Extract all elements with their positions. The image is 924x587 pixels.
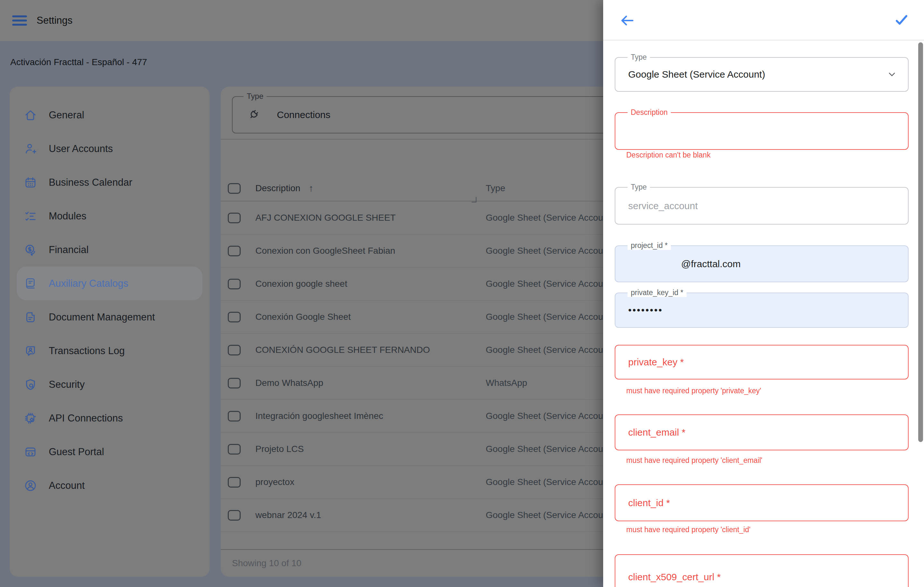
sidebar-item-guest-portal[interactable]: Guest Portal xyxy=(10,435,210,468)
calendar-icon xyxy=(24,176,37,189)
drawer-scrollbar[interactable] xyxy=(918,42,923,442)
sidebar-item-account[interactable]: Account xyxy=(10,468,210,502)
sidebar-item-label: Business Calendar xyxy=(49,177,132,188)
table-row[interactable]: Projeto LCS Google Sheet (Service Accoun… xyxy=(221,433,635,466)
private-key-field[interactable]: private_key * xyxy=(615,345,909,379)
client-x509-cert-url-placeholder: client_x509_cert_url * xyxy=(628,572,721,582)
client-id-error: must have required property 'client_id' xyxy=(626,525,751,534)
project-id-field[interactable]: project_id * @fracttal.com xyxy=(615,246,909,282)
chevron-down-icon[interactable] xyxy=(887,69,897,79)
row-checkbox[interactable] xyxy=(228,345,241,355)
table-row[interactable]: AFJ CONEXION GOOGLE SHEET Google Sheet (… xyxy=(221,201,635,234)
check-icon[interactable] xyxy=(894,12,909,28)
currency-exchange-icon xyxy=(24,243,37,257)
private-key-placeholder: private_key * xyxy=(628,357,684,368)
sidebar-item-auxiliary-catalogs[interactable]: Auxiliary Catalogs xyxy=(16,267,203,300)
connections-panel: Type Connections Description ↑ Type AFJ … xyxy=(221,87,635,577)
transactions-log-icon xyxy=(24,344,37,358)
sidebar-item-label: Document Management xyxy=(49,312,155,323)
row-checkbox[interactable] xyxy=(228,246,241,256)
arrow-left-icon[interactable] xyxy=(619,13,635,28)
type-select-value: Google Sheet (Service Account) xyxy=(628,69,765,80)
row-checkbox[interactable] xyxy=(228,411,241,422)
row-description: Projeto LCS xyxy=(256,444,486,454)
row-checkbox[interactable] xyxy=(228,312,241,322)
row-description: Integración googlesheet Imènec xyxy=(256,411,486,421)
sidebar-item-label: API Connections xyxy=(49,412,123,424)
table-row[interactable]: Integración googlesheet Imènec Google Sh… xyxy=(221,400,635,433)
connection-form-drawer: Type Google Sheet (Service Account) Desc… xyxy=(603,0,924,587)
checklist-icon xyxy=(24,209,37,223)
shield-icon xyxy=(24,378,37,391)
settings-screen: Settings Activación Fracttal - Español -… xyxy=(0,0,924,587)
client-email-placeholder: client_email * xyxy=(628,427,685,438)
table-header: Description ↑ Type xyxy=(221,176,635,201)
private-key-id-label: private_key_id * xyxy=(627,289,686,297)
sidebar-item-label: Auxiliary Catalogs xyxy=(49,278,128,289)
sidebar-item-modules[interactable]: Modules xyxy=(10,199,210,233)
private-key-id-value: •••••••• xyxy=(628,305,663,316)
company-subtitle: Activación Fracttal - Español - 477 xyxy=(10,57,147,68)
client-email-error: must have required property 'client_emai… xyxy=(626,456,762,465)
row-checkbox[interactable] xyxy=(228,510,241,521)
connections-table: AFJ CONEXION GOOGLE SHEET Google Sheet (… xyxy=(221,201,635,532)
column-header-description[interactable]: Description xyxy=(256,183,300,193)
type-text-value: service_account xyxy=(628,201,698,211)
plug-icon xyxy=(247,108,260,122)
sidebar-item-label: User Accounts xyxy=(49,143,113,155)
table-row[interactable]: proyectox Google Sheet (Service Account) xyxy=(221,466,635,499)
row-checkbox[interactable] xyxy=(228,444,241,455)
row-description: proyectox xyxy=(256,477,486,487)
sidebar-item-security[interactable]: Security xyxy=(10,368,210,401)
sidebar-item-label: General xyxy=(49,109,84,121)
sidebar-item-api-connections[interactable]: API Connections xyxy=(10,401,210,435)
select-all-checkbox[interactable] xyxy=(228,183,241,194)
sidebar-item-label: Security xyxy=(49,379,85,390)
description-field[interactable]: Description xyxy=(615,112,909,150)
table-row[interactable]: Conexion con GoogleSheet Fabian Google S… xyxy=(221,234,635,267)
book-icon xyxy=(24,277,37,290)
type-filter-select[interactable]: Type Connections xyxy=(232,96,627,134)
document-icon xyxy=(24,310,37,324)
sidebar-item-business-calendar[interactable]: Business Calendar xyxy=(10,165,210,199)
sort-ascending-icon[interactable]: ↑ xyxy=(309,183,314,193)
type-text-field[interactable]: Type service_account xyxy=(615,187,909,224)
sidebar-item-label: Transactions Log xyxy=(49,345,125,357)
row-checkbox[interactable] xyxy=(228,477,241,488)
hamburger-menu-icon[interactable] xyxy=(12,13,27,28)
pagination-status: Showing 10 of 10 xyxy=(232,558,301,569)
row-description: Conexión Google Sheet xyxy=(256,312,486,322)
table-row[interactable]: Conexion google sheet Google Sheet (Serv… xyxy=(221,267,635,300)
table-row[interactable]: CONEXIÓN GOOGLE SHEET FERNANDO Google Sh… xyxy=(221,334,635,367)
sidebar-item-transactions-log[interactable]: Transactions Log xyxy=(10,334,210,368)
browser-code-icon xyxy=(24,445,37,459)
description-label: Description xyxy=(627,108,671,117)
description-error: Description can't be blank xyxy=(626,151,711,160)
type-select-field[interactable]: Type Google Sheet (Service Account) xyxy=(615,57,909,92)
settings-sidebar: General User Accounts Business Calendar … xyxy=(10,87,210,577)
sidebar-item-label: Account xyxy=(49,480,85,491)
row-checkbox[interactable] xyxy=(228,378,241,388)
project-id-label: project_id * xyxy=(627,241,671,250)
client-x509-cert-url-field[interactable]: client_x509_cert_url * xyxy=(615,554,909,587)
table-row[interactable]: webnar 2024 v.1 Google Sheet (Service Ac… xyxy=(221,499,635,532)
row-checkbox[interactable] xyxy=(228,213,241,223)
project-id-value: @fracttal.com xyxy=(681,259,741,269)
sidebar-item-general[interactable]: General xyxy=(10,98,210,132)
client-email-field[interactable]: client_email * xyxy=(615,414,909,450)
type-filter-label: Type xyxy=(244,92,267,101)
sidebar-item-label: Guest Portal xyxy=(49,446,104,458)
sidebar-item-financial[interactable]: Financial xyxy=(10,233,210,267)
row-description: Demo WhatsApp xyxy=(256,378,486,388)
sidebar-item-document-management[interactable]: Document Management xyxy=(10,300,210,334)
private-key-id-field[interactable]: private_key_id * •••••••• xyxy=(615,292,909,328)
row-checkbox[interactable] xyxy=(228,279,241,289)
client-id-field[interactable]: client_id * xyxy=(615,484,909,521)
home-icon xyxy=(24,109,37,122)
sidebar-item-label: Financial xyxy=(49,244,89,256)
table-row[interactable]: Conexión Google Sheet Google Sheet (Serv… xyxy=(221,300,635,334)
table-row[interactable]: Demo WhatsApp WhatsApp xyxy=(221,367,635,400)
private-key-error: must have required property 'private_key… xyxy=(626,386,761,395)
type-select-label: Type xyxy=(627,53,650,62)
sidebar-item-user-accounts[interactable]: User Accounts xyxy=(10,132,210,165)
